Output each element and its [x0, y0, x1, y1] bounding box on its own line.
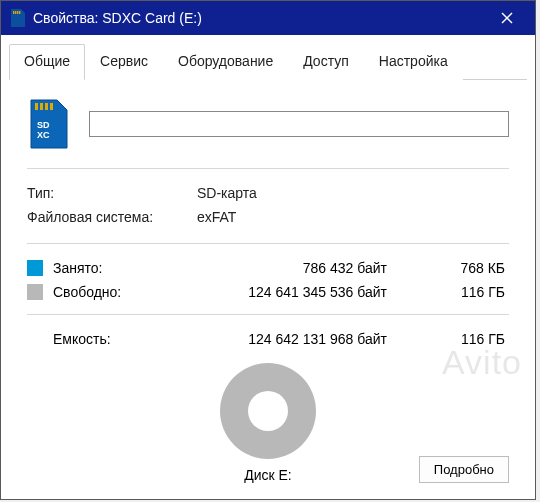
free-swatch: [27, 284, 43, 300]
usage-chart-row: Диск E: Подробно: [27, 363, 509, 483]
capacity-row: Емкость: 124 642 131 968 байт 116 ГБ: [27, 327, 509, 359]
svg-rect-0: [13, 11, 14, 14]
space-section: Занято: 786 432 байт 768 КБ Свободно: 12…: [27, 244, 509, 315]
free-bytes: 124 641 345 536 байт: [197, 284, 387, 300]
capacity-section: Емкость: 124 642 131 968 байт 116 ГБ Дис…: [27, 315, 509, 487]
close-button[interactable]: [487, 4, 527, 32]
svg-text:XC: XC: [37, 130, 50, 140]
tab-tools[interactable]: Сервис: [85, 44, 163, 80]
tab-sharing[interactable]: Доступ: [288, 44, 364, 80]
used-bytes: 786 432 байт: [197, 260, 387, 276]
usage-pie-chart: [220, 363, 316, 459]
free-label: Свободно:: [53, 284, 197, 300]
tab-strip: Общие Сервис Оборудование Доступ Настрой…: [9, 43, 527, 80]
svg-rect-3: [19, 11, 20, 14]
tab-hardware[interactable]: Оборудование: [163, 44, 288, 80]
capacity-bytes: 124 642 131 968 байт: [197, 331, 387, 347]
capacity-label: Емкость:: [53, 331, 197, 347]
filesystem-label: Файловая система:: [27, 209, 197, 225]
close-icon: [501, 12, 513, 24]
tab-customize[interactable]: Настройка: [364, 44, 463, 80]
capacity-readable: 116 ГБ: [387, 331, 509, 347]
volume-sd-icon: SD XC: [27, 98, 69, 150]
disk-label: Диск E:: [244, 467, 292, 483]
properties-window: Свойства: SDXC Card (E:) Общие Сервис Об…: [0, 0, 536, 500]
svg-rect-2: [17, 11, 18, 14]
sd-card-icon: [9, 9, 25, 27]
svg-rect-1: [15, 11, 16, 14]
general-panel: SD XC Тип: SD-карта Файловая система: ex…: [9, 80, 527, 499]
type-value: SD-карта: [197, 185, 257, 201]
free-readable: 116 ГБ: [387, 284, 509, 300]
svg-text:SD: SD: [37, 120, 50, 130]
volume-info: Тип: SD-карта Файловая система: exFAT: [27, 169, 509, 244]
content-area: Общие Сервис Оборудование Доступ Настрой…: [1, 35, 535, 499]
details-button[interactable]: Подробно: [419, 456, 509, 483]
svg-rect-7: [40, 103, 43, 110]
free-row: Свободно: 124 641 345 536 байт 116 ГБ: [27, 280, 509, 304]
used-label: Занято:: [53, 260, 197, 276]
volume-name-input[interactable]: [89, 111, 509, 137]
volume-header: SD XC: [27, 98, 509, 169]
used-row: Занято: 786 432 байт 768 КБ: [27, 256, 509, 280]
used-readable: 768 КБ: [387, 260, 509, 276]
type-row: Тип: SD-карта: [27, 181, 509, 205]
svg-rect-8: [45, 103, 48, 110]
titlebar[interactable]: Свойства: SDXC Card (E:): [1, 1, 535, 35]
svg-rect-9: [50, 103, 53, 110]
filesystem-value: exFAT: [197, 209, 236, 225]
svg-rect-6: [35, 103, 38, 110]
used-swatch: [27, 260, 43, 276]
filesystem-row: Файловая система: exFAT: [27, 205, 509, 229]
window-title: Свойства: SDXC Card (E:): [33, 10, 479, 26]
tab-general[interactable]: Общие: [9, 44, 85, 80]
type-label: Тип:: [27, 185, 197, 201]
